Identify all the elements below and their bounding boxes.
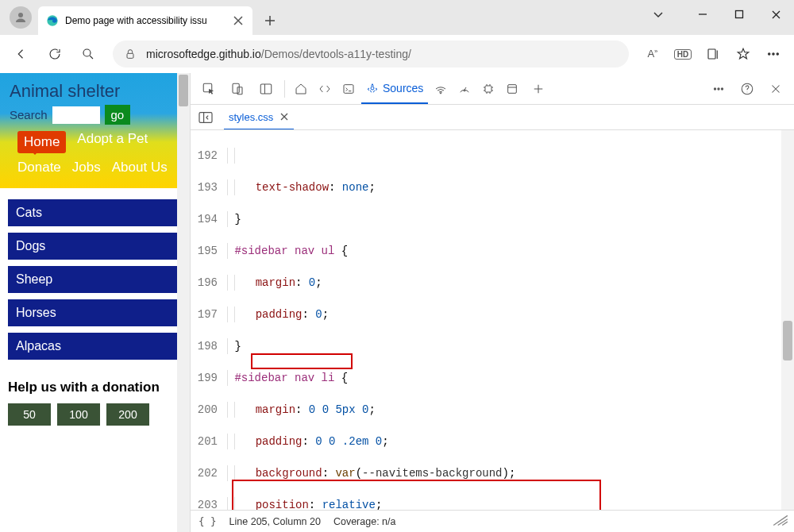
tab-title: Demo page with accessibility issu xyxy=(65,15,232,26)
favorite-button[interactable] xyxy=(729,39,757,69)
svg-point-3 xyxy=(83,49,91,56)
svg-point-20 xyxy=(718,87,719,89)
edge-icon xyxy=(46,14,59,27)
close-icon[interactable] xyxy=(279,112,289,121)
device-emulation-button[interactable] xyxy=(224,75,251,102)
help-button[interactable] xyxy=(734,75,761,102)
file-tab-styles-css[interactable]: styles.css xyxy=(224,105,294,129)
pretty-print-button[interactable]: { } xyxy=(198,515,217,527)
webpage-pane: Animal shelter Search go Home Adopt a Pe… xyxy=(0,73,191,532)
svg-rect-5 xyxy=(708,49,715,59)
hd-button[interactable]: HD xyxy=(669,39,697,69)
tab-close-icon[interactable] xyxy=(232,14,245,27)
list-item[interactable]: Dogs xyxy=(8,233,182,260)
list-item[interactable]: Horses xyxy=(8,299,182,326)
search-label: Search xyxy=(10,108,48,121)
code-editor[interactable]: 192 193 text-shadow: none; 194 } 195 #si… xyxy=(191,130,794,510)
close-window-button[interactable] xyxy=(757,0,794,29)
read-aloud-button[interactable]: A» xyxy=(638,39,667,69)
list-item[interactable]: Cats xyxy=(8,199,182,226)
svg-rect-13 xyxy=(344,84,353,93)
nav-home[interactable]: Home xyxy=(17,131,66,153)
page-scrollbar[interactable] xyxy=(177,73,190,532)
refresh-button[interactable] xyxy=(40,39,70,69)
svg-rect-4 xyxy=(127,53,133,58)
devtools-close-button[interactable] xyxy=(762,75,789,102)
devtools-tabstrip: Sources xyxy=(191,73,794,105)
tab-performance[interactable] xyxy=(453,74,476,104)
svg-point-7 xyxy=(773,53,774,55)
donation-heading: Help us with a donation xyxy=(8,379,182,395)
coverage-status: Coverage: n/a xyxy=(333,516,396,527)
lock-icon xyxy=(124,48,137,60)
tab-actions-chevron-icon[interactable] xyxy=(640,0,676,29)
nav-about[interactable]: About Us xyxy=(112,160,168,175)
go-button[interactable]: go xyxy=(105,105,131,125)
svg-rect-12 xyxy=(260,84,272,94)
cursor-position: Line 205, Column 20 xyxy=(229,516,321,527)
editor-scrollbar[interactable] xyxy=(781,130,794,510)
list-item[interactable]: Alpacas xyxy=(8,333,182,360)
svg-point-0 xyxy=(18,13,23,17)
minimize-button[interactable] xyxy=(684,0,721,29)
svg-rect-18 xyxy=(508,84,517,93)
more-tabs-button[interactable] xyxy=(525,75,552,102)
dock-side-button[interactable] xyxy=(252,75,279,102)
tab-application[interactable] xyxy=(501,74,523,104)
nav-donate[interactable]: Donate xyxy=(17,160,61,175)
resize-handle-icon[interactable] xyxy=(772,515,789,527)
category-list: Cats Dogs Sheep Horses Alpacas xyxy=(0,188,190,371)
url-text: microsoftedge.github.io/Demos/devtools-a… xyxy=(146,48,411,60)
svg-point-19 xyxy=(714,87,715,89)
main-nav: Home Adopt a Pet Donate Jobs About Us xyxy=(10,125,180,183)
site-title: Animal shelter xyxy=(10,81,180,102)
settings-more-button[interactable] xyxy=(759,39,788,69)
nav-jobs[interactable]: Jobs xyxy=(72,160,101,175)
svg-point-6 xyxy=(769,53,770,55)
svg-point-16 xyxy=(464,90,465,91)
devtools-pane: Sources styles.css 192 xyxy=(191,73,794,532)
devtools-statusbar: { } Line 205, Column 20 Coverage: n/a xyxy=(191,510,794,532)
donate-50-button[interactable]: 50 xyxy=(8,403,51,426)
navigator-toggle-button[interactable] xyxy=(195,108,216,127)
search-button[interactable] xyxy=(73,39,103,69)
svg-point-15 xyxy=(441,92,441,93)
inspect-element-button[interactable] xyxy=(195,75,222,102)
collections-button[interactable] xyxy=(699,39,727,69)
back-button[interactable] xyxy=(6,39,37,69)
tab-memory[interactable] xyxy=(477,74,499,104)
svg-point-8 xyxy=(777,53,778,55)
list-item[interactable]: Sheep xyxy=(8,266,182,293)
page-header: Animal shelter Search go Home Adopt a Pe… xyxy=(0,73,190,188)
tab-sources[interactable]: Sources xyxy=(361,74,428,104)
browser-tab[interactable]: Demo page with accessibility issu xyxy=(38,6,252,35)
svg-rect-2 xyxy=(736,11,743,18)
svg-rect-23 xyxy=(199,112,212,122)
profile-button[interactable] xyxy=(10,6,32,29)
main-content: Animal shelter Search go Home Adopt a Pe… xyxy=(0,73,794,532)
tab-welcome[interactable] xyxy=(290,74,312,104)
window-titlebar: Demo page with accessibility issu xyxy=(0,0,794,35)
address-bar[interactable]: microsoftedge.github.io/Demos/devtools-a… xyxy=(113,40,629,67)
tab-sources-label: Sources xyxy=(383,82,423,94)
maximize-button[interactable] xyxy=(721,0,757,29)
svg-point-21 xyxy=(721,87,723,89)
tab-elements[interactable] xyxy=(314,74,336,104)
tab-network[interactable] xyxy=(430,74,452,104)
nav-adopt[interactable]: Adopt a Pet xyxy=(77,131,148,153)
svg-point-14 xyxy=(371,87,374,90)
new-tab-button[interactable] xyxy=(257,8,283,33)
donation-section: Help us with a donation 50 100 200 xyxy=(0,371,190,434)
file-tabstrip: styles.css xyxy=(191,105,794,130)
donate-100-button[interactable]: 100 xyxy=(57,403,100,426)
donate-200-button[interactable]: 200 xyxy=(106,403,149,426)
tab-console[interactable] xyxy=(337,74,360,104)
browser-toolbar: microsoftedge.github.io/Demos/devtools-a… xyxy=(0,35,794,73)
search-input[interactable] xyxy=(52,106,100,124)
svg-rect-10 xyxy=(233,83,239,93)
svg-rect-17 xyxy=(485,86,491,92)
devtools-more-button[interactable] xyxy=(705,75,732,102)
